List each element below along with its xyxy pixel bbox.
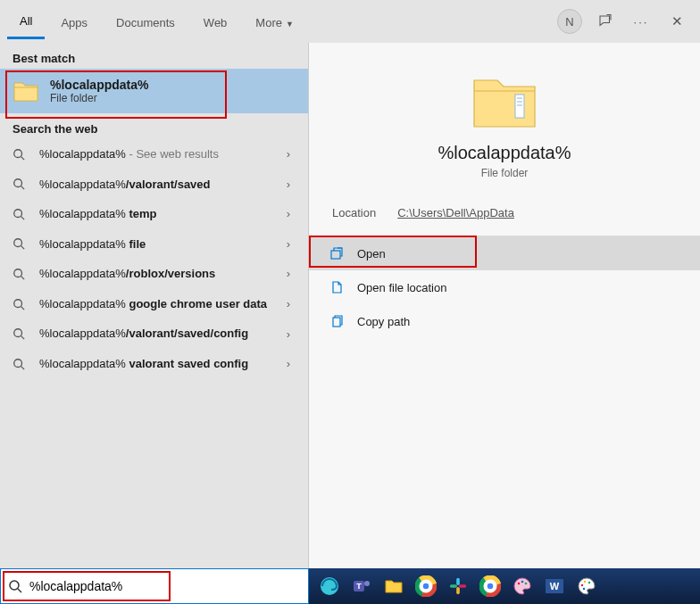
svg-text:T: T	[356, 582, 362, 591]
chevron-right-icon[interactable]: ›	[281, 207, 296, 220]
svg-point-4	[14, 210, 22, 218]
chevron-right-icon[interactable]: ›	[281, 237, 296, 251]
taskbar-app-chrome[interactable]	[412, 573, 439, 600]
svg-point-44	[525, 583, 528, 585]
svg-point-41	[487, 583, 494, 590]
feedback-icon[interactable]	[589, 5, 621, 37]
search-web-header: Search the web	[0, 113, 308, 139]
taskbar-app-palette[interactable]	[509, 573, 536, 600]
chevron-right-icon[interactable]: ›	[281, 178, 296, 191]
taskbar: T W	[309, 568, 700, 604]
search-icon	[12, 178, 29, 190]
web-result-text: %localappdata% - See web results	[39, 146, 271, 162]
best-match-subtitle: File folder	[50, 92, 148, 104]
chevron-down-icon: ▼	[286, 20, 294, 29]
search-icon	[12, 327, 29, 340]
svg-line-7	[21, 246, 25, 250]
web-result-text: %localappdata%/roblox/versions	[39, 266, 271, 282]
tab-all[interactable]: All	[7, 4, 45, 39]
svg-rect-34	[450, 584, 457, 588]
action-open-file-location[interactable]: Open file location	[309, 270, 700, 304]
web-result-text: %localappdata%/valorant/saved/config	[39, 326, 271, 342]
chevron-right-icon[interactable]: ›	[281, 327, 296, 341]
tab-web[interactable]: Web	[191, 5, 240, 38]
taskbar-app-paint[interactable]	[573, 573, 600, 600]
copy-icon	[329, 313, 345, 329]
chevron-right-icon[interactable]: ›	[281, 147, 296, 161]
action-open[interactable]: Open	[309, 236, 700, 270]
svg-line-23	[18, 589, 21, 592]
best-match-item[interactable]: %localappdata% File folder	[0, 69, 308, 113]
svg-line-9	[21, 277, 25, 280]
svg-line-11	[21, 306, 25, 310]
svg-point-8	[14, 269, 22, 277]
svg-point-43	[521, 581, 524, 583]
taskbar-app-edge[interactable]	[316, 573, 343, 600]
taskbar-app-teams[interactable]: T	[348, 573, 375, 600]
tab-more[interactable]: More▼	[243, 5, 306, 38]
svg-point-32	[422, 583, 429, 590]
web-result-item[interactable]: %localappdata% - See web results›	[0, 139, 308, 170]
svg-rect-21	[333, 318, 340, 327]
search-icon	[12, 208, 29, 220]
svg-point-49	[588, 582, 590, 583]
action-copy-path[interactable]: Copy path	[309, 304, 700, 338]
action-open-file-location-label: Open file location	[357, 281, 446, 294]
svg-point-42	[518, 583, 521, 585]
taskbar-app-slack[interactable]	[445, 573, 471, 600]
svg-point-2	[14, 179, 22, 187]
search-bar[interactable]	[0, 568, 309, 604]
web-result-item[interactable]: %localappdata% file›	[0, 229, 308, 260]
actions-list: Open Open file location Copy path	[309, 236, 700, 338]
svg-point-50	[583, 588, 585, 590]
chevron-right-icon[interactable]: ›	[281, 357, 296, 370]
svg-line-5	[21, 216, 25, 219]
folder-icon	[469, 70, 540, 132]
web-result-text: %localappdata% file	[39, 236, 271, 252]
folder-icon	[12, 78, 39, 104]
svg-line-15	[21, 366, 25, 369]
preview-subtitle: File folder	[481, 167, 529, 179]
svg-rect-35	[456, 587, 460, 594]
chevron-right-icon[interactable]: ›	[281, 297, 296, 310]
tab-apps[interactable]: Apps	[48, 5, 100, 38]
web-result-item[interactable]: %localappdata%/roblox/versions›	[0, 259, 308, 289]
taskbar-app-word[interactable]: W	[541, 573, 568, 600]
search-icon	[12, 148, 29, 161]
web-result-item[interactable]: %localappdata%/valorant/saved›	[0, 170, 308, 200]
web-result-item[interactable]: %localappdata% valorant saved config›	[0, 349, 308, 379]
svg-point-10	[14, 299, 22, 307]
chevron-right-icon[interactable]: ›	[281, 267, 296, 280]
web-result-text: %localappdata% valorant saved config	[39, 356, 271, 372]
action-copy-path-label: Copy path	[357, 315, 410, 328]
svg-line-1	[21, 156, 25, 160]
open-icon	[329, 245, 345, 261]
taskbar-app-explorer[interactable]	[380, 573, 407, 600]
account-avatar[interactable]: N	[554, 5, 586, 37]
taskbar-app-chrome-2[interactable]	[477, 573, 504, 600]
svg-point-12	[14, 329, 22, 337]
svg-line-3	[21, 186, 25, 190]
web-result-item[interactable]: %localappdata% temp›	[0, 199, 308, 229]
search-input[interactable]	[29, 579, 301, 593]
web-result-text: %localappdata%/valorant/saved	[39, 177, 271, 193]
search-icon	[12, 268, 29, 280]
more-options-icon[interactable]: ···	[625, 5, 657, 37]
location-link[interactable]: C:\Users\Dell\AppData	[397, 206, 514, 219]
close-icon[interactable]: ✕	[661, 5, 693, 37]
web-result-text: %localappdata% google chrome user data	[39, 296, 271, 312]
svg-line-13	[21, 336, 25, 340]
preview-title: %localappdata%	[438, 143, 571, 163]
web-result-item[interactable]: %localappdata%/valorant/saved/config›	[0, 319, 308, 349]
preview-panel: %localappdata% File folder Location C:\U…	[309, 43, 700, 604]
best-match-header: Best match	[0, 43, 308, 69]
results-panel: Best match %localappdata% File folder Se…	[0, 43, 309, 604]
search-icon	[12, 298, 29, 310]
svg-point-22	[10, 581, 19, 590]
svg-point-14	[14, 359, 22, 367]
svg-rect-33	[456, 578, 460, 585]
svg-rect-20	[331, 251, 340, 259]
tab-documents[interactable]: Documents	[104, 5, 188, 38]
web-result-item[interactable]: %localappdata% google chrome user data›	[0, 289, 308, 319]
svg-point-6	[14, 239, 22, 247]
